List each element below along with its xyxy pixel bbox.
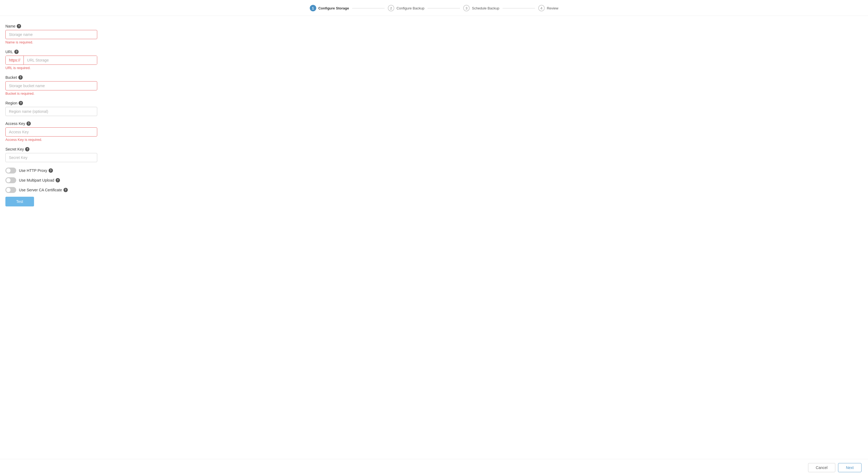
step-2-circle: 2 [388,5,394,11]
step-1-circle: 1 [310,5,316,11]
step-2-label: Configure Backup [397,6,424,10]
step-3: 3 Schedule Backup [463,5,499,11]
step-connector-3 [503,8,535,8]
secret-key-label: Secret Key ? [5,147,97,151]
server-ca-toggle[interactable] [5,187,16,193]
multipart-row: Use Multipart Upload ? [5,177,97,183]
next-button[interactable]: Next [838,463,862,472]
multipart-help-icon[interactable]: ? [56,178,60,182]
server-ca-label-group: Use Server CA Certificate ? [19,188,68,192]
name-input[interactable] [5,30,97,39]
server-ca-slider [5,187,16,193]
url-input-group: https:// [5,56,97,65]
bucket-label: Bucket ? [5,75,97,79]
access-key-input[interactable] [5,127,97,137]
bucket-input[interactable] [5,81,97,91]
step-connector-2 [428,8,460,8]
step-4-circle: 4 [538,5,545,11]
step-connector-1 [352,8,384,8]
secret-key-input[interactable] [5,153,97,162]
name-help-icon[interactable]: ? [17,24,21,28]
name-label: Name ? [5,24,97,28]
url-error: URL is required. [5,66,97,70]
url-help-icon[interactable]: ? [14,49,19,54]
server-ca-row: Use Server CA Certificate ? [5,187,97,193]
http-proxy-toggle[interactable] [5,168,16,173]
form-container: Name ? Name is required. URL ? https:// … [0,16,103,459]
http-proxy-help-icon[interactable]: ? [49,168,53,173]
url-group: URL ? https:// URL is required. [5,49,97,70]
http-proxy-label-group: Use HTTP Proxy ? [19,168,53,173]
footer: Cancel Next [0,459,868,476]
step-4: 4 Review [538,5,558,11]
step-1: 1 Configure Storage [310,5,349,11]
http-proxy-row: Use HTTP Proxy ? [5,168,97,173]
region-help-icon[interactable]: ? [19,101,23,105]
secret-key-help-icon[interactable]: ? [25,147,29,151]
stepper: 1 Configure Storage 2 Configure Backup 3… [0,0,868,16]
access-key-help-icon[interactable]: ? [27,122,31,126]
url-input[interactable] [24,56,97,65]
name-error: Name is required. [5,40,97,44]
bucket-help-icon[interactable]: ? [19,75,23,79]
bucket-group: Bucket ? Bucket is required. [5,75,97,96]
access-key-group: Access Key ? Access Key is required. [5,122,97,142]
step-3-circle: 3 [463,5,470,11]
cancel-button[interactable]: Cancel [808,463,836,472]
test-button[interactable]: Test [5,197,34,206]
multipart-label-group: Use Multipart Upload ? [19,178,60,182]
region-label: Region ? [5,101,97,105]
server-ca-help-icon[interactable]: ? [63,188,68,192]
step-2: 2 Configure Backup [388,5,424,11]
step-4-label: Review [547,6,558,10]
region-group: Region ? [5,101,97,116]
http-proxy-slider [5,168,16,173]
secret-key-group: Secret Key ? [5,147,97,162]
url-prefix: https:// [6,56,24,65]
access-key-error: Access Key is required. [5,138,97,142]
multipart-toggle[interactable] [5,177,16,183]
name-group: Name ? Name is required. [5,24,97,44]
access-key-label: Access Key ? [5,122,97,126]
multipart-slider [5,177,16,183]
region-input[interactable] [5,107,97,116]
step-3-label: Schedule Backup [472,6,499,10]
bucket-error: Bucket is required. [5,92,97,96]
step-1-label: Configure Storage [318,6,349,10]
url-label: URL ? [5,49,97,54]
